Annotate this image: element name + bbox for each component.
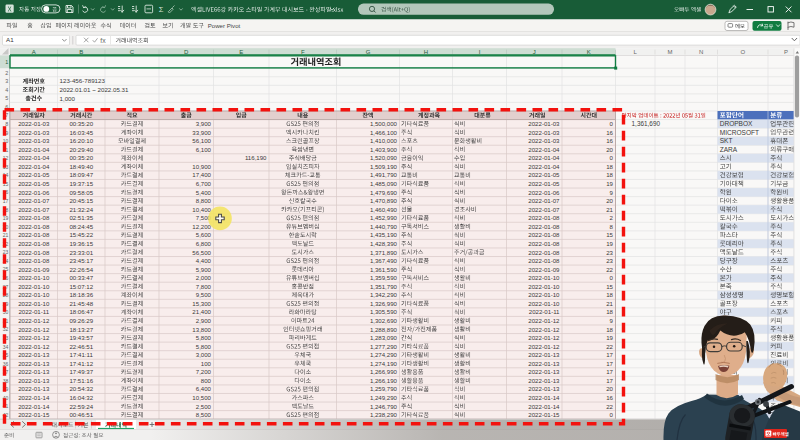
svg-text:5,800: 5,800 bbox=[196, 343, 212, 350]
svg-text:B: B bbox=[79, 49, 83, 55]
svg-text:23:45:17: 23:45:17 bbox=[69, 257, 93, 264]
svg-text:19: 19 bbox=[606, 180, 613, 187]
svg-text:2: 2 bbox=[5, 70, 8, 76]
svg-text:116,190: 116,190 bbox=[245, 154, 267, 161]
svg-text:6,700: 6,700 bbox=[196, 180, 212, 187]
svg-text:33,900: 33,900 bbox=[192, 129, 211, 136]
svg-text:1,520,090: 1,520,090 bbox=[370, 154, 398, 161]
svg-text:2022-01-14: 2022-01-14 bbox=[18, 394, 50, 401]
svg-text:2022-01-12: 2022-01-12 bbox=[18, 343, 50, 350]
svg-text:20: 20 bbox=[606, 146, 613, 153]
svg-text:18:06:47: 18:06:47 bbox=[69, 308, 93, 315]
svg-text:2,000: 2,000 bbox=[196, 274, 212, 281]
svg-text:7,800: 7,800 bbox=[196, 283, 212, 290]
svg-text:17: 17 bbox=[606, 377, 613, 384]
svg-text:2022-01-13: 2022-01-13 bbox=[528, 385, 560, 392]
svg-text:2022-01-11: 2022-01-11 bbox=[18, 308, 49, 315]
svg-text:2022-01-07: 2022-01-07 bbox=[528, 197, 560, 204]
svg-text:5,800: 5,800 bbox=[196, 334, 212, 341]
svg-text:16:04:32: 16:04:32 bbox=[69, 394, 93, 401]
svg-text:H: H bbox=[424, 49, 428, 55]
svg-text:15: 15 bbox=[606, 283, 613, 290]
svg-text:2022-01-04: 2022-01-04 bbox=[18, 163, 50, 170]
svg-text:2022-01-07: 2022-01-07 bbox=[18, 206, 50, 213]
svg-text:10,500: 10,500 bbox=[192, 394, 211, 401]
svg-text:2022-01-08: 2022-01-08 bbox=[18, 223, 50, 230]
svg-text:F: F bbox=[301, 49, 305, 55]
svg-text:23: 23 bbox=[606, 249, 613, 256]
svg-text:1,491,790: 1,491,790 bbox=[370, 171, 398, 178]
svg-text:2022-01-08: 2022-01-08 bbox=[528, 231, 560, 238]
svg-text:16:20:10: 16:20:10 bbox=[69, 137, 93, 144]
svg-text:19:43:57: 19:43:57 bbox=[69, 334, 93, 341]
svg-text:2022-01-07: 2022-01-07 bbox=[528, 206, 560, 213]
svg-text:1,246,790: 1,246,790 bbox=[370, 403, 398, 410]
svg-text:A1: A1 bbox=[6, 36, 14, 43]
svg-text:19:37:15: 19:37:15 bbox=[69, 180, 93, 187]
svg-text:3,900: 3,900 bbox=[196, 120, 212, 127]
svg-text:2022-01-08: 2022-01-08 bbox=[528, 249, 560, 256]
svg-text:2022-01-03: 2022-01-03 bbox=[18, 129, 50, 136]
svg-text:8,500: 8,500 bbox=[196, 411, 212, 418]
svg-text:17: 17 bbox=[606, 351, 613, 358]
svg-text:2022-01-03: 2022-01-03 bbox=[528, 120, 560, 127]
svg-text:2022-01-13: 2022-01-13 bbox=[18, 377, 50, 384]
svg-text:MICROSOFT: MICROSOFT bbox=[720, 129, 759, 136]
svg-text:16: 16 bbox=[606, 137, 613, 144]
svg-text:22:46:51: 22:46:51 bbox=[69, 343, 93, 350]
svg-text:1,274,290: 1,274,290 bbox=[370, 351, 398, 358]
svg-text:123-456-789123: 123-456-789123 bbox=[60, 77, 106, 84]
svg-text:2022-01-08: 2022-01-08 bbox=[18, 249, 50, 256]
svg-text:2022-01-13: 2022-01-13 bbox=[18, 351, 50, 358]
svg-text:2022-01-13: 2022-01-13 bbox=[528, 351, 560, 358]
svg-text:2022-01-08: 2022-01-08 bbox=[18, 231, 50, 238]
svg-text:1,249,290: 1,249,290 bbox=[370, 394, 398, 401]
svg-text:P: P bbox=[784, 49, 788, 55]
svg-text:2022-01-15: 2022-01-15 bbox=[18, 411, 50, 418]
svg-text:1,359,590: 1,359,590 bbox=[370, 274, 398, 281]
svg-text:2022-01-05: 2022-01-05 bbox=[18, 180, 50, 187]
svg-text:18:18:36: 18:18:36 bbox=[69, 291, 93, 298]
svg-text:2022-01-04: 2022-01-04 bbox=[18, 154, 50, 161]
svg-text:1,277,290: 1,277,290 bbox=[370, 343, 398, 350]
svg-text:16:03:45: 16:03:45 bbox=[69, 129, 93, 136]
svg-text:1,305,590: 1,305,590 bbox=[370, 308, 398, 315]
svg-text:10,400: 10,400 bbox=[192, 206, 211, 213]
svg-text:2022-01-10: 2022-01-10 bbox=[18, 291, 50, 298]
svg-text:18: 18 bbox=[606, 291, 613, 298]
svg-text:2022-01-10: 2022-01-10 bbox=[18, 300, 50, 307]
svg-text:1,367,490: 1,367,490 bbox=[370, 257, 398, 264]
svg-text:00:33:47: 00:33:47 bbox=[69, 274, 93, 281]
svg-text:6,100: 6,100 bbox=[196, 146, 212, 153]
svg-text:2022-01-04: 2022-01-04 bbox=[528, 163, 560, 170]
svg-text:2022-01-04: 2022-01-04 bbox=[18, 146, 50, 153]
svg-text:1,266,190: 1,266,190 bbox=[370, 377, 398, 384]
svg-text:2022-01-08: 2022-01-08 bbox=[528, 223, 560, 230]
svg-text:15:07:12: 15:07:12 bbox=[69, 283, 93, 290]
svg-text:22: 22 bbox=[606, 343, 613, 350]
svg-text:SKT: SKT bbox=[720, 137, 733, 144]
svg-text:2022-01-08: 2022-01-08 bbox=[528, 257, 560, 264]
svg-text:17,400: 17,400 bbox=[192, 171, 211, 178]
svg-text:2022-01-12: 2022-01-12 bbox=[528, 317, 560, 324]
svg-text:21:45:48: 21:45:48 bbox=[69, 300, 93, 307]
svg-text:08:24:45: 08:24:45 bbox=[69, 223, 93, 230]
svg-text:2022-01-05: 2022-01-05 bbox=[528, 171, 560, 178]
svg-text:16: 16 bbox=[606, 394, 613, 401]
svg-text:1,361,590: 1,361,590 bbox=[370, 266, 398, 273]
svg-text:20:54:32: 20:54:32 bbox=[69, 385, 93, 392]
svg-text:J: J bbox=[533, 49, 536, 55]
svg-text:1,342,290: 1,342,290 bbox=[370, 291, 398, 298]
svg-text:18: 18 bbox=[606, 163, 613, 170]
svg-text:1,485,090: 1,485,090 bbox=[370, 180, 398, 187]
svg-text:800: 800 bbox=[201, 377, 212, 384]
svg-text:2022-01-08: 2022-01-08 bbox=[528, 240, 560, 247]
svg-text:2022-01-14: 2022-01-14 bbox=[528, 394, 560, 401]
svg-text:17:51:16: 17:51:16 bbox=[69, 377, 93, 384]
svg-text:18: 18 bbox=[606, 326, 613, 333]
svg-text:C: C bbox=[130, 49, 135, 55]
svg-text:3,000: 3,000 bbox=[196, 351, 212, 358]
svg-text:21: 21 bbox=[606, 206, 613, 213]
svg-text:Power Pivot: Power Pivot bbox=[208, 22, 241, 29]
svg-text:17: 17 bbox=[606, 368, 613, 375]
